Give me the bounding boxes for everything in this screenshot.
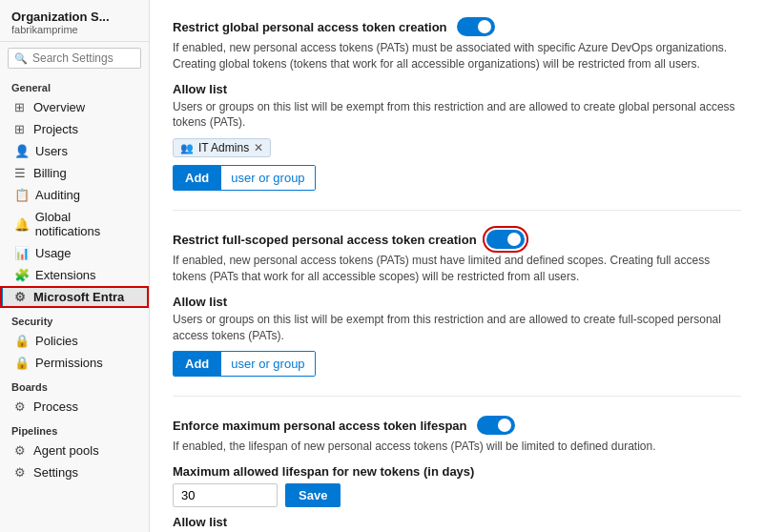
users-icon: 👤 <box>14 144 30 158</box>
restrict-full-scoped-pat-desc: If enabled, new personal access tokens (… <box>173 253 741 285</box>
process-icon: ⚙ <box>14 399 28 414</box>
add-btn-target-label-1[interactable]: user or group <box>220 166 314 190</box>
enforce-lifespan-toggle[interactable] <box>477 416 515 435</box>
sidebar-item-agent-pools[interactable]: ⚙ Agent pools <box>0 440 149 461</box>
restrict-global-pat-title: Restrict global personal access token cr… <box>173 20 447 34</box>
restrict-full-scoped-pat-toggle[interactable] <box>486 230 525 249</box>
sidebar-item-label: Global notifications <box>35 210 137 238</box>
section-label-general: General <box>0 74 149 96</box>
org-title: Organization S... <box>11 10 137 24</box>
org-subtitle: fabrikamprime <box>11 24 137 35</box>
add-btn-add-label-1[interactable]: Add <box>174 166 220 190</box>
overview-icon: ⊞ <box>14 100 28 114</box>
sidebar-item-label: Overview <box>33 100 85 114</box>
sidebar-item-label: Permissions <box>35 356 103 370</box>
sidebar-item-label: Auditing <box>35 188 80 202</box>
search-icon: 🔍 <box>14 52 28 65</box>
sidebar-item-label: Extensions <box>35 268 96 282</box>
restrict-full-scoped-pat-section: Restrict full-scoped personal access tok… <box>173 230 741 397</box>
sidebar-item-projects[interactable]: ⊞ Projects <box>0 118 149 140</box>
sidebar-item-settings[interactable]: ⚙ Settings <box>0 461 149 483</box>
sidebar-item-billing[interactable]: ☰ Billing <box>0 162 149 184</box>
sidebar-item-global-notifications[interactable]: 🔔 Global notifications <box>0 206 149 242</box>
enforce-lifespan-title: Enforce maximum personal access token li… <box>173 419 467 433</box>
search-box[interactable]: 🔍 <box>8 48 141 69</box>
add-btn-add-label-2[interactable]: Add <box>174 352 220 376</box>
tag-container-1: 👥 IT Admins ✕ <box>173 138 741 157</box>
allow-list-desc-1: Users or groups on this list will be exe… <box>173 99 741 132</box>
billing-icon: ☰ <box>14 166 28 180</box>
sidebar-item-extensions[interactable]: 🧩 Extensions <box>0 264 149 286</box>
enforce-lifespan-desc: If enabled, the lifespan of new personal… <box>173 439 741 455</box>
toggle-track-1[interactable] <box>457 17 495 36</box>
sidebar-item-label: Process <box>33 399 78 414</box>
sidebar-item-label: Projects <box>33 122 78 136</box>
restrict-global-pat-desc: If enabled, new personal access tokens (… <box>173 40 741 72</box>
sidebar-item-label: Users <box>35 144 68 158</box>
add-user-group-btn-1[interactable]: Add user or group <box>173 165 316 191</box>
sidebar-item-label: Microsoft Entra <box>33 290 124 304</box>
allow-list-label-1: Allow list <box>173 82 741 96</box>
max-lifespan-label: Maximum allowed lifespan for new tokens … <box>173 464 741 479</box>
section-title-row-1: Restrict global personal access token cr… <box>173 17 741 36</box>
section-label-security: Security <box>0 308 149 330</box>
projects-icon: ⊞ <box>14 122 28 136</box>
sidebar-item-label: Billing <box>33 166 67 180</box>
policies-icon: 🔒 <box>14 334 30 348</box>
sidebar-item-usage[interactable]: 📊 Usage <box>0 242 149 264</box>
search-input[interactable] <box>32 51 134 65</box>
lifespan-input[interactable] <box>173 483 278 507</box>
sidebar-item-microsoft-entra[interactable]: ⚙ Microsoft Entra <box>0 286 149 308</box>
tag-label: IT Admins <box>198 141 249 154</box>
sidebar-item-label: Agent pools <box>33 443 99 458</box>
section-label-boards: Boards <box>0 374 149 396</box>
permissions-icon: 🔒 <box>14 356 30 370</box>
sidebar-item-overview[interactable]: ⊞ Overview <box>0 96 149 118</box>
toggle-track-2[interactable] <box>486 230 525 249</box>
section-label-pipelines: Pipelines <box>0 418 149 440</box>
org-header: Organization S... fabrikamprime <box>0 0 149 42</box>
sidebar-item-users[interactable]: 👤 Users <box>0 140 149 162</box>
main-content: Restrict global personal access token cr… <box>150 0 764 532</box>
tag-close-icon[interactable]: ✕ <box>254 141 263 154</box>
restrict-global-pat-toggle[interactable] <box>457 17 495 36</box>
sidebar-item-auditing[interactable]: 📋 Auditing <box>0 184 149 206</box>
agent-pools-icon: ⚙ <box>14 443 28 458</box>
save-button[interactable]: Save <box>285 483 341 507</box>
allow-list-label-3: Allow list <box>173 515 741 529</box>
auditing-icon: 📋 <box>14 188 30 202</box>
sidebar-item-label: Policies <box>35 334 78 348</box>
section-title-row-2: Restrict full-scoped personal access tok… <box>173 230 741 249</box>
notifications-icon: 🔔 <box>14 217 30 232</box>
allow-list-label-2: Allow list <box>173 295 741 309</box>
sidebar-item-permissions[interactable]: 🔒 Permissions <box>0 352 149 374</box>
toggle-track-3[interactable] <box>477 416 515 435</box>
sidebar-item-process[interactable]: ⚙ Process <box>0 396 149 418</box>
section-title-row-3: Enforce maximum personal access token li… <box>173 416 741 435</box>
extensions-icon: 🧩 <box>14 268 30 282</box>
sidebar: Organization S... fabrikamprime 🔍 Genera… <box>0 0 150 532</box>
entra-icon: ⚙ <box>14 290 28 304</box>
restrict-full-scoped-pat-title: Restrict full-scoped personal access tok… <box>173 233 477 247</box>
allow-list-desc-2: Users or groups on this list will be exe… <box>173 312 741 344</box>
sidebar-item-policies[interactable]: 🔒 Policies <box>0 330 149 352</box>
usage-icon: 📊 <box>14 246 30 260</box>
add-btn-target-label-2[interactable]: user or group <box>220 352 314 376</box>
restrict-global-pat-section: Restrict global personal access token cr… <box>173 17 741 211</box>
sidebar-item-label: Usage <box>35 246 72 260</box>
toggle-thumb-3 <box>498 419 511 432</box>
add-user-group-btn-2[interactable]: Add user or group <box>173 351 316 377</box>
toggle-thumb-1 <box>478 20 491 33</box>
lifespan-input-row: Save <box>173 483 741 507</box>
settings-icon: ⚙ <box>14 465 28 480</box>
toggle-thumb-2 <box>507 233 521 246</box>
tag-it-admins: 👥 IT Admins ✕ <box>173 138 271 157</box>
sidebar-item-label: Settings <box>33 465 78 480</box>
enforce-lifespan-section: Enforce maximum personal access token li… <box>173 416 741 532</box>
tag-group-icon: 👥 <box>180 142 194 154</box>
